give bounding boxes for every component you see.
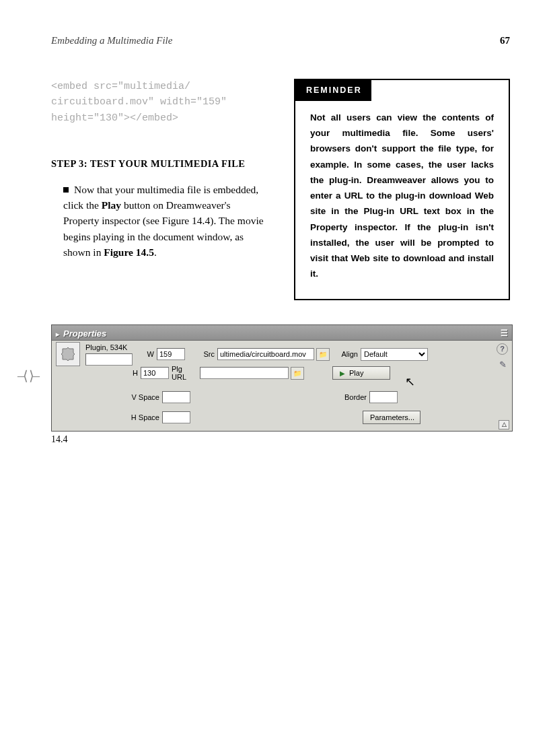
reminder-box: REMINDER Not all users can view the cont…: [294, 79, 510, 300]
src-browse-button[interactable]: 📁: [316, 348, 330, 361]
align-label: Align: [335, 350, 358, 358]
panel-title-text: Properties: [63, 329, 106, 339]
plugin-size-label: Plugin, 534K: [85, 343, 138, 351]
step-paragraph: Now that your multimedia file is embedde…: [51, 182, 267, 260]
properties-panel: ▸Properties ☰ Plugin, 534K W Src: [51, 324, 513, 432]
figure-ref-bold: Figure 14.5: [104, 246, 154, 258]
reminder-label: REMINDER: [294, 79, 371, 101]
parameters-button[interactable]: Parameters...: [363, 411, 420, 424]
plgurl-browse-button[interactable]: 📁: [291, 367, 304, 380]
running-title: Embedding a Multimedia File: [51, 35, 172, 46]
src-input[interactable]: [217, 348, 314, 360]
h-label: H: [127, 369, 138, 377]
height-input[interactable]: [141, 367, 169, 379]
code-sample: <embed src="multimedia/ circuitboard.mov…: [51, 79, 267, 126]
panel-titlebar[interactable]: ▸Properties ☰: [52, 325, 512, 341]
border-input[interactable]: [369, 391, 398, 403]
hspace-label: H Space: [126, 413, 159, 421]
plgurl-input[interactable]: [200, 367, 289, 379]
play-icon: ▶: [340, 370, 345, 377]
reminder-body: Not all users can view the contents of y…: [310, 110, 494, 281]
running-header: Embedding a Multimedia File 67: [51, 35, 510, 46]
figure-14-4: ▸Properties ☰ Plugin, 534K W Src: [51, 324, 510, 445]
vspace-label: V Space: [126, 393, 159, 401]
cursor-icon: ↖: [405, 374, 415, 389]
plugin-icon: [56, 342, 80, 366]
play-button-label: Play: [349, 369, 363, 377]
help-icon[interactable]: ?: [497, 343, 508, 355]
play-bold: Play: [102, 199, 121, 211]
border-label: Border: [340, 393, 367, 401]
align-select[interactable]: Default: [361, 348, 428, 361]
step-heading: STEP 3: TEST YOUR MULTIMEDIA FILE: [51, 158, 267, 170]
plgurl-label: Plg URL: [172, 365, 197, 381]
figure-caption: 14.4: [51, 434, 510, 445]
vspace-input[interactable]: [162, 391, 190, 403]
hspace-input[interactable]: [162, 411, 190, 423]
play-button[interactable]: ▶ Play: [332, 366, 390, 380]
panel-menu-icon[interactable]: ☰: [501, 329, 508, 338]
para-text-3: .: [154, 246, 157, 258]
margin-crop-mark: –⟨ ⟩–: [17, 368, 38, 384]
panel-expander-icon[interactable]: △: [499, 420, 509, 429]
width-input[interactable]: [157, 348, 185, 360]
collapse-triangle-icon[interactable]: ▸: [56, 331, 59, 338]
plugin-name-input[interactable]: [85, 353, 133, 366]
parameters-button-label: Parameters...: [370, 413, 414, 421]
bullet-icon: [63, 187, 69, 193]
w-label: W: [143, 350, 154, 358]
src-label: Src: [190, 350, 215, 358]
quick-tag-icon[interactable]: ✎: [498, 359, 508, 370]
page-number: 67: [500, 35, 510, 46]
